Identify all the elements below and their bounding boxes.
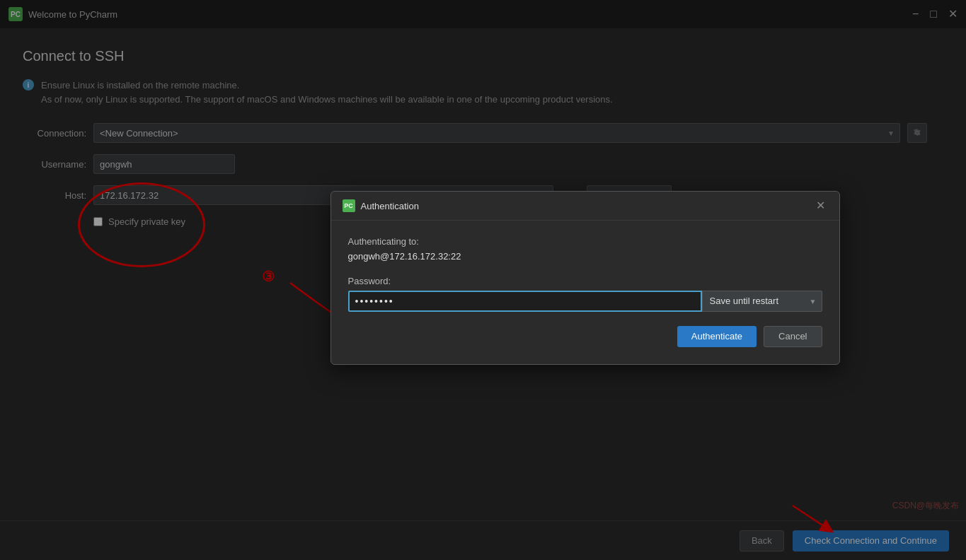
modal-body: Authenticating to: gongwh@172.16.172.32:… [331, 221, 839, 364]
auth-to-label: Authenticating to: [348, 235, 822, 250]
auth-to-section: Authenticating to: gongwh@172.16.172.32:… [348, 235, 822, 264]
authenticate-button[interactable]: Authenticate [677, 326, 757, 347]
auth-to-value: gongwh@172.16.172.32:22 [348, 250, 822, 264]
password-row: Save until restart Always Never ▼ [348, 291, 822, 312]
password-input[interactable] [348, 291, 702, 312]
password-label: Password: [348, 276, 822, 286]
save-until-select[interactable]: Save until restart Always Never [702, 291, 822, 312]
modal-header: PC Authentication ✕ [331, 192, 839, 221]
modal-cancel-button[interactable]: Cancel [764, 326, 822, 347]
password-section: Password: Save until restart Always Neve… [348, 276, 822, 312]
modal-footer: Authenticate Cancel [348, 326, 822, 347]
save-select-wrapper[interactable]: Save until restart Always Never ▼ [702, 291, 822, 312]
modal-title: Authentication [361, 201, 807, 211]
modal-close-button[interactable]: ✕ [813, 199, 828, 213]
modal-app-icon: PC [343, 199, 355, 212]
authentication-modal: PC Authentication ✕ Authenticating to: g… [330, 191, 840, 365]
